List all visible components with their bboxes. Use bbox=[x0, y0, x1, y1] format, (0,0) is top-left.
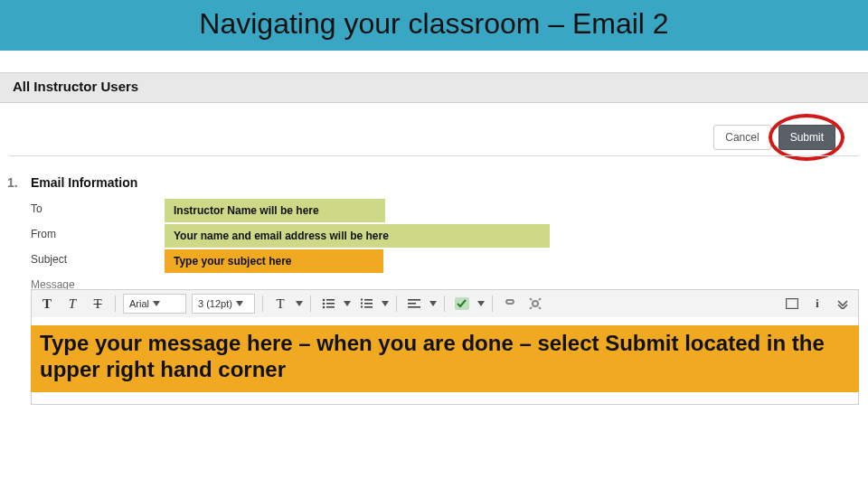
unlink-icon[interactable] bbox=[525, 295, 545, 313]
spellcheck-icon[interactable] bbox=[452, 295, 472, 313]
cancel-button[interactable]: Cancel bbox=[713, 125, 770, 150]
message-hint-callout: Type your message here – when you are do… bbox=[31, 325, 859, 392]
step-number: 1. bbox=[7, 175, 18, 190]
section-header: All Instructor Users bbox=[13, 79, 138, 94]
fullscreen-icon[interactable] bbox=[782, 295, 802, 313]
svg-rect-3 bbox=[326, 299, 335, 301]
chevron-down-icon[interactable] bbox=[477, 301, 485, 306]
chevron-down-icon bbox=[236, 301, 243, 306]
to-hint-callout: Instructor Name will be here bbox=[165, 199, 385, 222]
svg-rect-6 bbox=[364, 299, 373, 301]
svg-rect-9 bbox=[361, 299, 363, 301]
italic-icon[interactable]: T bbox=[62, 295, 82, 313]
subject-hint-callout: Type your subject here bbox=[165, 249, 383, 273]
toolbar-separator bbox=[492, 296, 493, 312]
svg-rect-4 bbox=[326, 303, 335, 305]
chevron-down-icon[interactable] bbox=[344, 301, 351, 306]
svg-rect-8 bbox=[364, 306, 373, 308]
bold-icon[interactable]: T bbox=[37, 295, 57, 313]
font-size-value: 3 (12pt) bbox=[198, 298, 232, 309]
section-header-bar: All Instructor Users bbox=[0, 72, 868, 103]
toolbar-separator bbox=[310, 296, 311, 312]
svg-rect-5 bbox=[326, 306, 335, 308]
svg-rect-10 bbox=[361, 303, 363, 305]
chevron-down-icon[interactable] bbox=[429, 301, 437, 306]
svg-rect-11 bbox=[361, 306, 363, 308]
editor-toolbar: T T T Arial 3 (12pt) T bbox=[31, 289, 859, 318]
toolbar-separator bbox=[115, 296, 116, 312]
subject-label: Subject bbox=[31, 253, 67, 266]
slide-title: Navigating your classroom – Email 2 bbox=[0, 7, 868, 41]
font-size-select[interactable]: 3 (12pt) bbox=[192, 294, 255, 314]
chevron-down-icon[interactable] bbox=[296, 301, 303, 306]
align-icon[interactable] bbox=[404, 295, 424, 313]
from-hint-callout: Your name and email address will be here bbox=[165, 224, 550, 248]
divider bbox=[9, 155, 859, 156]
svg-point-0 bbox=[323, 299, 326, 302]
slide: Navigating your classroom – Email 2 All … bbox=[0, 0, 868, 488]
info-icon[interactable]: i bbox=[807, 295, 827, 313]
svg-point-2 bbox=[323, 306, 326, 309]
font-family-select[interactable]: Arial bbox=[123, 294, 186, 314]
button-row: Cancel Submit bbox=[713, 125, 835, 150]
svg-rect-17 bbox=[787, 299, 798, 309]
submit-button[interactable]: Submit bbox=[778, 125, 835, 150]
toolbar-right-group: i bbox=[782, 295, 853, 313]
link-icon[interactable] bbox=[500, 295, 520, 313]
to-label: To bbox=[31, 202, 42, 215]
chevron-down-icon[interactable] bbox=[382, 301, 389, 306]
section-title: Email Information bbox=[31, 175, 137, 190]
text-color-icon[interactable]: T bbox=[270, 295, 290, 313]
svg-point-16 bbox=[533, 301, 538, 306]
chevron-down-icon bbox=[153, 301, 160, 306]
svg-point-1 bbox=[323, 303, 326, 305]
svg-rect-13 bbox=[408, 303, 416, 305]
toolbar-separator bbox=[444, 296, 445, 312]
from-label: From bbox=[31, 228, 56, 240]
font-family-value: Arial bbox=[129, 298, 149, 309]
svg-rect-7 bbox=[364, 303, 373, 305]
numbered-list-icon[interactable] bbox=[356, 295, 376, 313]
strike-icon[interactable]: T bbox=[88, 295, 108, 313]
svg-rect-14 bbox=[408, 306, 420, 308]
toolbar-separator bbox=[396, 296, 397, 312]
toolbar-separator bbox=[262, 296, 263, 312]
svg-rect-12 bbox=[408, 299, 420, 301]
expand-toolbar-icon[interactable] bbox=[833, 295, 853, 313]
bullet-list-icon[interactable] bbox=[318, 295, 338, 313]
